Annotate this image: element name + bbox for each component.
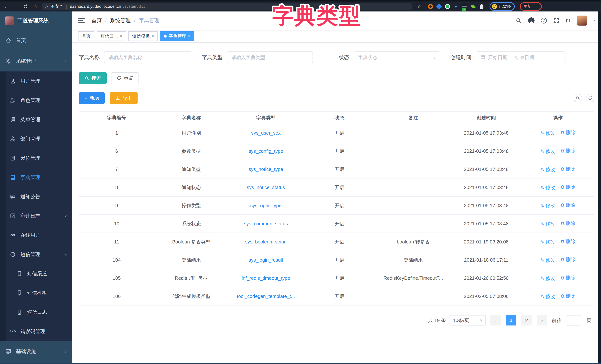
sidebar-item-system[interactable]: 系统管理 ∧: [0, 51, 72, 71]
edit-link[interactable]: ✎修改: [540, 221, 555, 227]
tab-dictionary[interactable]: 字典管理×: [160, 31, 194, 41]
dict-type-link[interactable]: sys_boolean_string: [245, 239, 287, 245]
page-button-2[interactable]: 2: [521, 315, 532, 325]
chrome-menu-icon[interactable]: ⋮: [534, 4, 538, 9]
dict-type-link[interactable]: sys_oper_type: [250, 203, 281, 208]
add-button[interactable]: +新增: [79, 92, 105, 104]
sidebar-item-notice[interactable]: 通知公告: [0, 187, 72, 206]
edit-link[interactable]: ✎修改: [540, 148, 555, 155]
trash-icon: [560, 185, 565, 189]
delete-link[interactable]: 删除: [560, 148, 575, 154]
dict-name-input[interactable]: 请输入字典名称: [104, 51, 192, 63]
close-icon[interactable]: ×: [152, 34, 154, 39]
delete-link[interactable]: 删除: [560, 238, 575, 245]
ext-orange-ring-icon[interactable]: [428, 4, 433, 9]
edit-link[interactable]: ✎修改: [540, 184, 555, 191]
sidebar-item-users[interactable]: 用户管理: [0, 71, 72, 91]
reset-button[interactable]: 重置: [111, 72, 139, 84]
browser-reload-icon[interactable]: [22, 3, 29, 10]
sidebar-item-departments[interactable]: 部门管理: [0, 129, 72, 149]
goto-page-input[interactable]: 1: [567, 315, 581, 325]
edit-link[interactable]: ✎修改: [540, 257, 555, 263]
sidebar-item-menus[interactable]: 菜单管理: [0, 110, 72, 129]
delete-link[interactable]: 删除: [560, 166, 575, 172]
delete-link[interactable]: 删除: [560, 274, 575, 281]
user-avatar[interactable]: [577, 16, 587, 26]
browser-forward-icon[interactable]: →: [13, 3, 19, 10]
delete-link[interactable]: 删除: [560, 293, 575, 299]
edit-link[interactable]: ✎修改: [540, 275, 555, 282]
bookmark-star-icon[interactable]: ☆: [417, 4, 421, 9]
sidebar-item-roles[interactable]: 角色管理: [0, 91, 72, 110]
toggle-search-button[interactable]: [574, 94, 582, 102]
search-button[interactable]: 搜索: [79, 72, 107, 84]
sidebar-item-error-code[interactable]: </> 错误码管理: [0, 322, 72, 341]
delete-link[interactable]: 删除: [560, 220, 575, 227]
ext-leaf-icon[interactable]: [470, 4, 476, 9]
hamburger-icon[interactable]: [78, 18, 85, 23]
search-icon[interactable]: [515, 17, 522, 24]
page-size-select[interactable]: 10条/页∨: [450, 315, 486, 325]
sidebar-item-online-users[interactable]: 在线用户: [0, 225, 72, 245]
ext-list-icon[interactable]: on: [462, 4, 467, 9]
monitor-icon: [5, 348, 11, 354]
tab-home[interactable]: 首页: [78, 31, 94, 41]
page-button-1[interactable]: 1: [506, 315, 516, 325]
sidebar-item-home[interactable]: 首页: [0, 30, 72, 51]
refresh-button[interactable]: [586, 94, 594, 102]
browser-home-icon[interactable]: ⌂: [32, 3, 38, 10]
dict-type-input[interactable]: 请输入字典类型: [227, 51, 313, 63]
browser-back-icon[interactable]: ←: [4, 3, 10, 10]
sidebar-item-sms-channel[interactable]: 短信渠道: [0, 264, 72, 283]
edit-link[interactable]: ✎修改: [540, 202, 555, 209]
close-icon[interactable]: ×: [188, 34, 190, 39]
ext-blue-gem-icon[interactable]: [436, 4, 442, 9]
edit-link[interactable]: ✎修改: [540, 130, 555, 136]
end-date-placeholder: 结束日期: [515, 54, 534, 61]
sidebar-item-dictionary[interactable]: 字典管理: [0, 168, 72, 187]
app-logo[interactable]: 芋道管理系统: [0, 11, 72, 30]
delete-link[interactable]: 删除: [560, 129, 575, 136]
dict-type-link[interactable]: sys_common_status: [244, 221, 288, 226]
delete-link[interactable]: 删除: [560, 256, 575, 263]
sidebar-item-audit-log[interactable]: 审计日志 ∨: [0, 206, 72, 225]
delete-link[interactable]: 删除: [560, 202, 575, 209]
delete-link[interactable]: 删除: [560, 184, 575, 190]
date-range-picker[interactable]: 开始日期 - 结束日期: [476, 51, 565, 63]
breadcrumb-system[interactable]: 系统管理: [110, 17, 131, 24]
breadcrumb-home[interactable]: 首页: [91, 17, 102, 24]
sidebar-item-infrastructure[interactable]: 基础设施 ∨: [0, 341, 72, 362]
ext-diamond-icon[interactable]: ♦: [453, 4, 459, 9]
sidebar-item-sms[interactable]: 短信管理 ∧: [0, 245, 72, 264]
dict-type-link[interactable]: sys_notice_type: [249, 166, 283, 172]
profile-paused-badge[interactable]: 已暂停: [490, 2, 515, 11]
font-size-icon[interactable]: tT: [566, 18, 571, 23]
next-page-button[interactable]: ›: [537, 315, 547, 325]
dict-type-link[interactable]: sys_user_sex: [251, 130, 281, 136]
dict-type-link[interactable]: tool_codegen_template_t...: [237, 293, 295, 299]
edit-icon: ✎: [540, 257, 544, 263]
dict-type-link[interactable]: sys_config_type: [249, 148, 283, 154]
ext-figure-icon[interactable]: [479, 4, 484, 9]
ext-green-avatar-icon[interactable]: [445, 4, 450, 9]
github-icon[interactable]: [528, 17, 534, 24]
export-button[interactable]: 导出: [110, 92, 138, 104]
edit-link[interactable]: ✎修改: [540, 166, 555, 173]
prev-page-button[interactable]: ‹: [490, 315, 501, 325]
dict-type-link[interactable]: sys_notice_status: [247, 185, 285, 190]
status-select[interactable]: 字典状态∨: [354, 51, 440, 63]
chrome-update-button[interactable]: 更新 ⋮: [520, 2, 542, 11]
tab-sms-template[interactable]: 短信模板×: [128, 31, 158, 41]
sidebar-item-posts[interactable]: 岗位管理: [0, 149, 72, 168]
sidebar-item-sms-log[interactable]: 短信日志: [0, 303, 72, 322]
edit-link[interactable]: ✎修改: [540, 239, 555, 245]
dict-type-link[interactable]: inf_redis_timeout_type: [242, 275, 290, 281]
close-icon[interactable]: ×: [120, 34, 122, 39]
help-icon[interactable]: ?: [541, 18, 547, 23]
fullscreen-icon[interactable]: [553, 17, 560, 24]
edit-link[interactable]: ✎修改: [540, 293, 555, 300]
avatar-caret-icon[interactable]: ▾: [593, 19, 595, 23]
tab-sms-log[interactable]: 短信日志×: [97, 31, 126, 41]
sidebar-item-sms-template[interactable]: 短信模板: [0, 283, 72, 303]
dict-type-link[interactable]: sys_login_result: [249, 257, 283, 263]
